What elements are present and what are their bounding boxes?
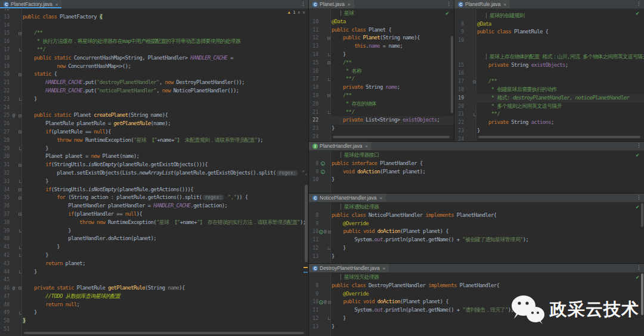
- fold-marker[interactable]: [17, 251, 23, 260]
- more-options-icon[interactable]: ⋮: [301, 1, 306, 7]
- horizontal-scrollbar[interactable]: [333, 136, 450, 138]
- code-editor-planet-factory[interactable]: 1213public class PlanetFactory {1415 /**…: [0, 5, 308, 334]
- code-editor-planet-rule[interactable]: 4星球的创建规则8@Data9public class PlanetRule {…: [454, 4, 644, 141]
- overrides-gutter-icon[interactable]: ↑@: [319, 228, 327, 236]
- tab-rule[interactable]: CPlanetRule.java×: [454, 0, 510, 8]
- fold-marker[interactable]: [326, 244, 332, 253]
- more-options-icon[interactable]: ⋮: [636, 194, 642, 200]
- next-problem-icon[interactable]: ∨: [302, 10, 305, 15]
- prev-problem-icon[interactable]: ∧: [298, 10, 301, 15]
- fold-marker[interactable]: [17, 29, 23, 38]
- fold-marker[interactable]: [472, 77, 477, 86]
- fold-marker[interactable]: [326, 59, 332, 67]
- tab-close-icon[interactable]: ×: [55, 2, 58, 7]
- tab-close-icon[interactable]: ×: [383, 266, 386, 271]
- fold-marker[interactable]: [326, 75, 332, 83]
- code-line: 47 //TODO 从数据库查询星球的配置: [0, 293, 308, 301]
- tab-planet[interactable]: CPlanet.java×: [309, 0, 354, 8]
- fold-marker[interactable]: [326, 315, 332, 323]
- code-text: 星球的创建规则: [477, 12, 644, 20]
- implemented-gutter-icon[interactable]: ↓: [319, 168, 326, 176]
- tab-close-icon[interactable]: ×: [348, 2, 351, 7]
- fold-slot: [472, 127, 477, 135]
- vertical-scrollbar[interactable]: [305, 185, 308, 262]
- code-editor-planet[interactable]: 星球10@Data11public class Planet {12 publi…: [309, 10, 454, 141]
- error-stripe-info-mark[interactable]: [304, 272, 308, 273]
- fold-marker[interactable]: [326, 92, 332, 100]
- code-text: public static ConcurrentHashMap<String, …: [23, 54, 308, 63]
- fold-marker[interactable]: [17, 210, 23, 219]
- fold-marker[interactable]: [327, 228, 332, 236]
- line-number: 21: [309, 108, 319, 117]
- gutter-icon-slot: [10, 87, 17, 95]
- tab-destroy[interactable]: CDestroyPlanetHandler.java×: [309, 264, 389, 272]
- horizontal-scrollbar[interactable]: [478, 136, 640, 138]
- fold-marker[interactable]: [17, 194, 23, 202]
- fold-marker[interactable]: [472, 110, 477, 119]
- fold-marker[interactable]: [17, 178, 23, 186]
- code-editor-planet-handler[interactable]: 星球处理器接口8↓public interface PlanetHandler …: [309, 151, 644, 184]
- fold-marker[interactable]: [17, 284, 23, 293]
- line-number: 12: [309, 34, 319, 42]
- fold-marker[interactable]: [326, 108, 332, 117]
- fold-marker[interactable]: [17, 227, 23, 235]
- fold-marker[interactable]: [17, 145, 23, 153]
- gutter-icon-slot: [10, 54, 17, 63]
- more-options-icon[interactable]: ⋮: [636, 1, 642, 7]
- line-number: 22: [454, 119, 465, 127]
- code-text: /**: [477, 77, 644, 86]
- code-line: 19 /**: [309, 92, 454, 100]
- line-number: 41: [0, 243, 10, 251]
- horizontal-scrollbar[interactable]: [24, 332, 304, 334]
- fold-marker[interactable]: [17, 95, 23, 104]
- fold-marker[interactable]: [17, 161, 23, 169]
- code-text: System.out.println(planet.getName() + "被…: [332, 236, 644, 244]
- implemented-gutter-icon[interactable]: ↓: [319, 160, 326, 168]
- fold-marker[interactable]: [17, 46, 23, 54]
- tab-handler[interactable]: IPlanetHandler.java×: [309, 142, 371, 150]
- fold-marker[interactable]: [17, 268, 23, 276]
- line-number: 18: [454, 86, 465, 94]
- code-editor-notice-planet-handler[interactable]: 星球通知处理器8public class NoticePlanetHandler…: [309, 203, 644, 261]
- inspections-ok-icon[interactable]: ✔: [636, 152, 639, 158]
- vertical-scrollbar[interactable]: [641, 203, 643, 227]
- overrides-gutter-icon[interactable]: ↑@: [319, 298, 327, 306]
- fold-slot: [326, 26, 332, 35]
- fold-slot: [326, 151, 332, 160]
- tab-close-icon[interactable]: ×: [504, 2, 507, 7]
- tab-factory[interactable]: CPlanetFactory.java×: [0, 0, 61, 8]
- vertical-scrollbar[interactable]: [451, 36, 453, 113]
- more-options-icon[interactable]: ⋮: [636, 142, 642, 148]
- inspections-ok-icon[interactable]: ✔: [636, 10, 639, 16]
- fold-marker[interactable]: [326, 51, 332, 59]
- more-options-icon[interactable]: ⋮: [446, 1, 451, 7]
- inspections-ok-icon[interactable]: ✔: [636, 274, 639, 280]
- code-text: private static PlanetRule getPlanetRule(…: [23, 284, 308, 293]
- fold-marker[interactable]: [17, 111, 23, 120]
- code-text: public class PlanetRule {: [477, 28, 644, 36]
- more-options-icon[interactable]: ⋮: [636, 265, 642, 270]
- code-line: 19 new ConcurrentHashMap<>();: [0, 63, 308, 71]
- error-stripe-warning-mark[interactable]: [304, 267, 308, 268]
- inspections-ok-icon[interactable]: ✔: [636, 204, 639, 210]
- fold-marker[interactable]: [17, 309, 23, 317]
- annotation-gutter-icon[interactable]: @: [10, 284, 17, 293]
- tab-notice[interactable]: CNoticePlanetHandler.java×: [309, 194, 386, 202]
- fold-marker[interactable]: [17, 70, 23, 79]
- fold-marker[interactable]: [17, 243, 23, 251]
- gutter-icon-slot: [319, 203, 326, 211]
- gutter-icon-slot: [319, 75, 326, 83]
- fold-marker[interactable]: [17, 128, 23, 136]
- inspections-warning-widget[interactable]: ▲1∧∨: [287, 10, 305, 15]
- tabbar-factory: CPlanetFactory.java×⋮: [0, 0, 308, 9]
- tab-close-icon[interactable]: ×: [379, 195, 382, 201]
- line-number: 9: [309, 220, 319, 228]
- annotation-gutter-icon[interactable]: @: [10, 111, 17, 120]
- fold-marker[interactable]: [17, 186, 23, 194]
- code-text: if(planetRule == null){: [23, 128, 308, 136]
- line-number: 10: [454, 36, 465, 45]
- fold-marker[interactable]: [327, 298, 332, 306]
- tab-close-icon[interactable]: ×: [365, 144, 368, 149]
- fold-marker[interactable]: [326, 34, 332, 42]
- inspections-ok-icon[interactable]: ✔: [446, 10, 449, 16]
